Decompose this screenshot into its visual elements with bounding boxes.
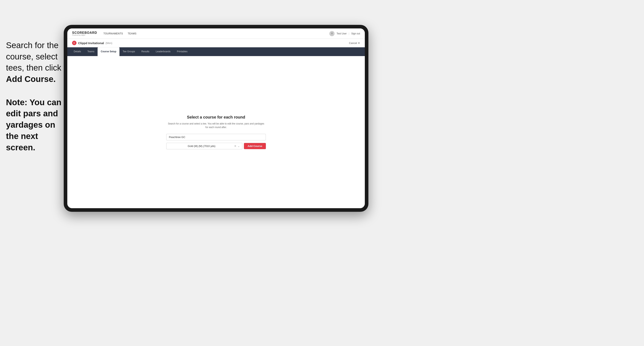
top-navbar: SCOREBOARD Powered by clippd TOURNAMENTS… bbox=[67, 28, 365, 39]
tournament-type: (Men) bbox=[106, 41, 112, 44]
tee-clear-icon[interactable]: ✕ bbox=[234, 145, 236, 148]
panel-title: Select a course for each round bbox=[166, 115, 266, 120]
tablet-screen: SCOREBOARD Powered by clippd TOURNAMENTS… bbox=[67, 28, 365, 208]
logo: SCOREBOARD Powered by clippd bbox=[72, 31, 97, 36]
panel-description: Search for a course and select a tee. Yo… bbox=[166, 122, 266, 129]
tab-tee-groups[interactable]: Tee Groups bbox=[120, 47, 138, 56]
tee-select-controls: ✕ ⌄ bbox=[234, 145, 240, 148]
tab-results[interactable]: Results bbox=[138, 47, 152, 56]
navbar-left: SCOREBOARD Powered by clippd TOURNAMENTS… bbox=[72, 31, 136, 36]
course-search-input[interactable] bbox=[166, 134, 266, 140]
tab-nav: Details Teams Course Setup Tee Groups Re… bbox=[67, 47, 365, 56]
tournament-icon: C bbox=[72, 41, 76, 45]
tab-leaderboards[interactable]: Leaderboards bbox=[152, 47, 174, 56]
tab-teams[interactable]: Teams bbox=[84, 47, 98, 56]
course-select-panel: Select a course for each round Search fo… bbox=[166, 115, 266, 149]
cancel-icon: ✕ bbox=[358, 41, 360, 44]
annotation-text: Search for the course, select tees, then… bbox=[6, 40, 62, 159]
cancel-label: Cancel bbox=[349, 41, 357, 44]
logo-sub: Powered by clippd bbox=[72, 34, 97, 36]
sign-out-link[interactable]: Sign out bbox=[351, 32, 360, 35]
user-avatar: T bbox=[329, 31, 334, 36]
tab-details[interactable]: Details bbox=[70, 47, 84, 56]
tournament-header: C Clippd Invitational (Men) Cancel ✕ bbox=[67, 39, 365, 47]
user-label: Test User bbox=[336, 32, 347, 35]
course-search-wrapper bbox=[166, 134, 266, 140]
nav-tournaments[interactable]: TOURNAMENTS bbox=[104, 32, 123, 35]
tee-select-row: Gold (M) (M) (7010 yds) ✕ ⌄ Add Course bbox=[166, 143, 266, 149]
tee-expand-icon[interactable]: ⌄ bbox=[238, 145, 240, 148]
cancel-button[interactable]: Cancel ✕ bbox=[349, 41, 360, 44]
tablet-frame: SCOREBOARD Powered by clippd TOURNAMENTS… bbox=[64, 25, 368, 212]
pipe: | bbox=[349, 32, 349, 35]
nav-links: TOURNAMENTS TEAMS bbox=[104, 32, 136, 35]
main-content: Select a course for each round Search fo… bbox=[67, 56, 365, 208]
navbar-right: T Test User | Sign out bbox=[329, 31, 360, 36]
tab-course-setup[interactable]: Course Setup bbox=[98, 47, 120, 56]
tab-printables[interactable]: Printables bbox=[174, 47, 190, 56]
nav-teams[interactable]: TEAMS bbox=[128, 32, 136, 35]
tournament-name: Clippd Invitational bbox=[78, 41, 104, 45]
tee-select-value: Gold (M) (M) (7010 yds) bbox=[169, 145, 234, 148]
tournament-title: C Clippd Invitational (Men) bbox=[72, 41, 112, 45]
tee-select-container[interactable]: Gold (M) (M) (7010 yds) ✕ ⌄ bbox=[166, 143, 242, 149]
add-course-button[interactable]: Add Course bbox=[244, 143, 266, 149]
logo-text: SCOREBOARD bbox=[72, 31, 97, 34]
